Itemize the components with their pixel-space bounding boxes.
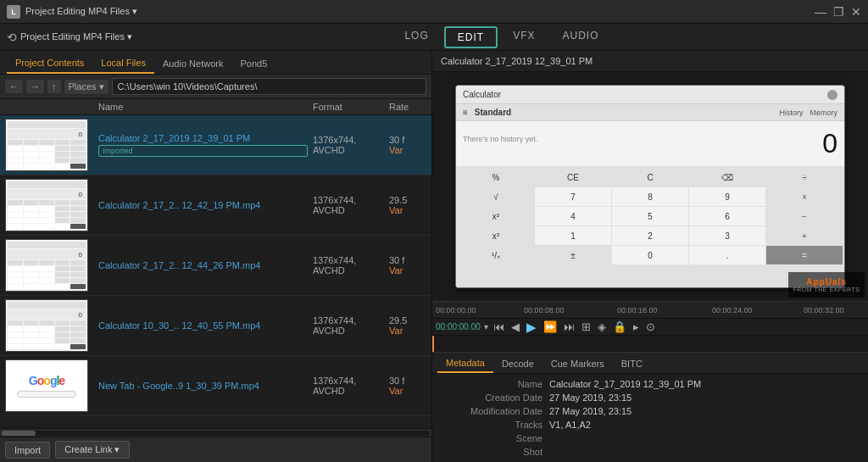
file-row[interactable]: 0 Calculator 2_17_2.. 12_42_19 PM	[0, 175, 431, 236]
calc-hamburger-icon[interactable]: ≡	[463, 108, 468, 117]
thumb-image: Google	[5, 359, 88, 412]
calc-btn-8[interactable]: 8	[612, 187, 688, 206]
meta-tab-cue-markers[interactable]: Cue Markers	[542, 356, 613, 372]
col-format-header[interactable]: Format	[313, 102, 389, 112]
back-button[interactable]: ←	[5, 80, 23, 93]
transport-extra1[interactable]: ▸	[632, 320, 641, 334]
calc-btn-4[interactable]: 4	[535, 207, 611, 225]
meta-tab-decode[interactable]: Decode	[493, 356, 542, 372]
main-menu: LOG EDIT VFX AUDIO	[142, 26, 861, 48]
timeline-ruler: 00:00:00.00 00:00:08.00 00:00:16.00 00:0…	[432, 302, 868, 319]
tab-project-contents[interactable]: Project Contents	[7, 54, 92, 74]
file-name: Calculator 2_17_2.. 12_42_19 PM.mp4	[98, 200, 308, 210]
calc-btn-percent[interactable]: %	[458, 168, 534, 186]
calc-btn-9[interactable]: 9	[689, 187, 765, 206]
transport-mark-in[interactable]: ◈	[596, 320, 608, 334]
calc-btn-equals[interactable]: =	[766, 246, 843, 264]
transport-loop[interactable]: ⊞	[580, 320, 593, 334]
project-button[interactable]: ⟲ Project Editing MP4 Files ▾	[7, 31, 132, 44]
menu-item-log[interactable]: LOG	[392, 26, 440, 48]
tab-audio-network[interactable]: Audio Network	[154, 55, 232, 73]
menu-item-vfx[interactable]: VFX	[501, 26, 547, 48]
menubar: ⟲ Project Editing MP4 Files ▾ LOG EDIT V…	[0, 24, 868, 51]
calc-btn-ce[interactable]: CE	[535, 168, 611, 186]
calc-btn-1[interactable]: 1	[535, 226, 611, 245]
meta-label-name: Name	[439, 379, 549, 389]
file-info: Calculator 10_30_.. 12_40_55 PM.mp4	[93, 317, 313, 334]
import-button[interactable]: Import	[5, 442, 50, 459]
bottom-toolbar: Import Create Link ▾	[0, 437, 431, 462]
calc-btn-6[interactable]: 6	[689, 207, 765, 225]
menu-item-edit[interactable]: EDIT	[444, 26, 498, 48]
calc-row-4: x³ 1 2 3 +	[458, 226, 843, 245]
thumb-image: 0	[5, 299, 88, 352]
calc-history-label[interactable]: History	[779, 109, 803, 117]
transport-rewind[interactable]: ◀	[509, 320, 521, 334]
calc-btn-0[interactable]: 0	[612, 246, 688, 264]
file-row[interactable]: 0 Calculator 10_30_.. 12_40_55 PM	[0, 296, 431, 356]
left-panel: Project Contents Local Files Audio Netwo…	[0, 51, 432, 462]
calc-btn-minus[interactable]: −	[766, 207, 843, 225]
calc-btn-negate[interactable]: ±	[535, 246, 611, 264]
calc-btn-3[interactable]: 3	[689, 226, 765, 245]
calc-btn-7[interactable]: 7	[535, 187, 611, 206]
calc-btn-c[interactable]: C	[612, 168, 688, 186]
calc-btn-sqrt[interactable]: √	[458, 187, 534, 206]
file-row[interactable]: Google New Tab - Google..9 1_30_39 PM.mp…	[0, 356, 431, 416]
calc-display-number: 0	[822, 128, 837, 159]
timeline-playhead[interactable]	[432, 336, 434, 352]
maximize-button[interactable]: ❐	[833, 5, 844, 19]
close-button[interactable]: ✕	[851, 5, 861, 19]
transport-lock[interactable]: 🔒	[611, 320, 628, 334]
calc-btn-cube[interactable]: x³	[458, 226, 534, 245]
col-rate-header[interactable]: Rate	[389, 102, 431, 112]
timeline-track	[432, 336, 868, 352]
menu-item-audio[interactable]: AUDIO	[550, 26, 610, 48]
tab-local-files[interactable]: Local Files	[92, 54, 154, 74]
calc-btn-2[interactable]: 2	[612, 226, 688, 245]
horizontal-scrollbar[interactable]	[0, 428, 431, 437]
file-info: Calculator 2_17_2019 12_39_01 PM Importe…	[93, 130, 313, 160]
calc-close-button[interactable]	[827, 90, 837, 100]
file-row[interactable]: 0 Calculator 2_17_2019 12_39_01 P	[0, 115, 431, 175]
calc-btn-backspace[interactable]: ⌫	[689, 168, 765, 186]
up-button[interactable]: ↑	[47, 80, 61, 93]
transport-goto-start[interactable]: ⏮	[492, 320, 506, 334]
file-rate: 29.5 Var	[389, 195, 431, 215]
file-name: New Tab - Google..9 1_30_39 PM.mp4	[98, 381, 308, 391]
file-browser-toolbar: ← → ↑ Places ▾	[0, 75, 431, 99]
calc-btn-divide[interactable]: ÷	[766, 168, 843, 186]
preview-title: Calculator 2_17_2019 12_39_01 PM	[432, 51, 868, 72]
forward-button[interactable]: →	[26, 80, 44, 93]
tab-pond5[interactable]: Pond5	[231, 55, 275, 73]
create-link-button[interactable]: Create Link ▾	[55, 441, 129, 459]
timeline-playbar: 00:00:00.00 ▾ ⏮ ◀ ▶ ⏩ ⏭ ⊞ ◈ 🔒 ▸ ⊙	[432, 319, 868, 336]
transport-goto-end[interactable]: ⏭	[562, 320, 576, 334]
calc-btn-square[interactable]: x²	[458, 207, 534, 225]
timeline-current-time: 00:00:00.00	[436, 322, 481, 331]
main-area: Project Contents Local Files Audio Netwo…	[0, 51, 868, 462]
file-info: Calculator 2_17_2.. 12_44_26 PM.mp4	[93, 257, 313, 274]
minimize-button[interactable]: —	[815, 5, 826, 19]
meta-row-modification-date: Modification Date 27 May 2019, 23:15	[439, 406, 861, 416]
places-button[interactable]: Places ▾	[64, 80, 108, 94]
calc-btn-decimal[interactable]: .	[689, 246, 765, 264]
meta-tab-metadata[interactable]: Metadata	[437, 355, 493, 373]
transport-fast-forward[interactable]: ⏩	[542, 320, 559, 334]
preview-area: Calculator ≡ Standard History Memory The…	[432, 72, 868, 301]
calc-btn-multiply[interactable]: ×	[766, 187, 843, 206]
calc-btn-inverse[interactable]: ¹/ₓ	[458, 246, 534, 264]
calc-btn-5[interactable]: 5	[612, 207, 688, 225]
transport-play[interactable]: ▶	[525, 319, 538, 336]
file-row[interactable]: 0 Calculator 2_17_2.. 12_44_26 PM	[0, 236, 431, 296]
col-name-header[interactable]: Name	[93, 102, 313, 112]
timecode-dropdown[interactable]: ▾	[484, 322, 488, 331]
calc-memory-label[interactable]: Memory	[810, 109, 837, 117]
meta-tab-bitc[interactable]: BITC	[613, 356, 651, 372]
transport-extra2[interactable]: ⊙	[644, 320, 657, 334]
meta-label-scene: Scene	[439, 433, 549, 443]
path-bar[interactable]	[112, 78, 426, 95]
calc-btn-plus[interactable]: +	[766, 226, 843, 245]
meta-value-modification-date: 27 May 2019, 23:15	[549, 406, 861, 416]
google-logo: Google	[29, 374, 64, 387]
